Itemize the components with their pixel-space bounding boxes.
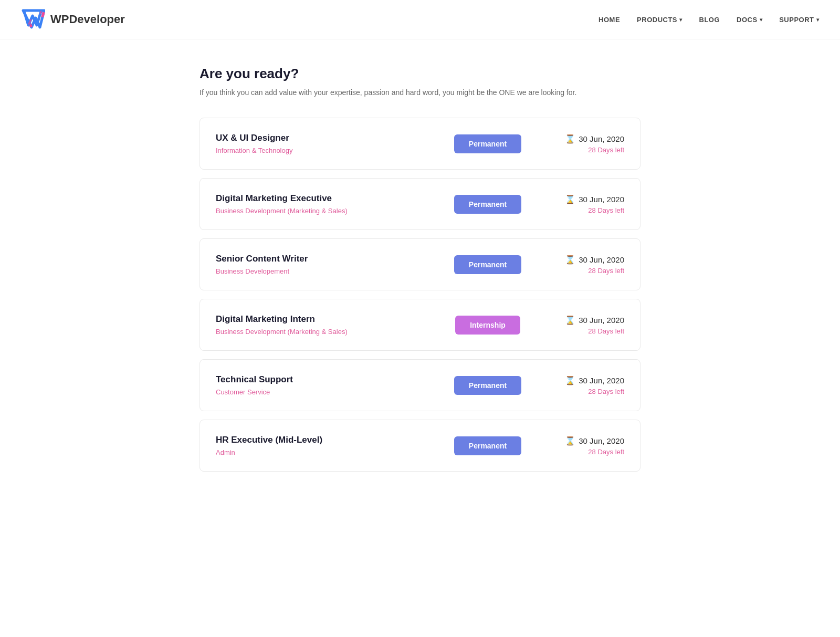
job-deadline: ⌛ 30 Jun, 2020 28 Days left <box>530 315 624 335</box>
job-badge-area: Permanent <box>446 376 530 395</box>
job-category: Business Developement <box>216 267 446 275</box>
job-card[interactable]: Technical Support Customer Service Perma… <box>200 359 640 411</box>
job-badge-area: Permanent <box>446 436 530 455</box>
job-badge-area: Internship <box>446 316 530 335</box>
brand-name: WPDeveloper <box>50 13 125 26</box>
job-card[interactable]: UX & UI Designer Information & Technolog… <box>200 118 640 170</box>
job-title: Technical Support <box>216 374 446 385</box>
logo-icon <box>21 7 45 32</box>
main-content: Are you ready? If you think you can add … <box>184 39 656 511</box>
job-category: Admin <box>216 448 446 456</box>
job-info: Technical Support Customer Service <box>216 374 446 396</box>
job-badge-area: Permanent <box>446 195 530 214</box>
nav-link-products[interactable]: PRODUCTS▾ <box>637 16 682 24</box>
job-title: Senior Content Writer <box>216 254 446 264</box>
job-info: HR Executive (Mid-Level) Admin <box>216 435 446 456</box>
job-type-badge[interactable]: Permanent <box>454 195 521 214</box>
job-info: Digital Marketing Intern Business Develo… <box>216 314 446 336</box>
job-type-badge[interactable]: Internship <box>455 316 520 335</box>
job-deadline: ⌛ 30 Jun, 2020 28 Days left <box>530 194 624 214</box>
hourglass-icon: ⌛ <box>565 255 575 265</box>
hourglass-icon: ⌛ <box>565 375 575 385</box>
job-card[interactable]: Digital Marketing Intern Business Develo… <box>200 299 640 351</box>
page-title: Are you ready? <box>200 66 640 82</box>
deadline-date-text: 30 Jun, 2020 <box>579 376 624 385</box>
chevron-down-icon: ▾ <box>760 17 763 23</box>
job-list: UX & UI Designer Information & Technolog… <box>200 118 640 472</box>
nav-link-support[interactable]: SUPPORT▾ <box>779 16 819 24</box>
hourglass-icon: ⌛ <box>565 436 575 446</box>
job-category: Business Development (Marketing & Sales) <box>216 328 446 336</box>
nav-link-docs[interactable]: DOCS▾ <box>737 16 762 24</box>
logo-area[interactable]: WPDeveloper <box>21 7 125 32</box>
nav-link-home[interactable]: HOME <box>598 16 620 24</box>
job-title: HR Executive (Mid-Level) <box>216 435 446 445</box>
job-card[interactable]: Senior Content Writer Business Developem… <box>200 238 640 290</box>
deadline-date: ⌛ 30 Jun, 2020 <box>530 194 624 204</box>
job-deadline: ⌛ 30 Jun, 2020 28 Days left <box>530 134 624 154</box>
job-info: Digital Marketing Executive Business Dev… <box>216 193 446 215</box>
job-badge-area: Permanent <box>446 255 530 274</box>
job-badge-area: Permanent <box>446 134 530 153</box>
days-left: 28 Days left <box>530 206 624 214</box>
days-left: 28 Days left <box>530 448 624 456</box>
job-deadline: ⌛ 30 Jun, 2020 28 Days left <box>530 436 624 456</box>
job-title: UX & UI Designer <box>216 133 446 143</box>
days-left: 28 Days left <box>530 388 624 395</box>
chevron-down-icon: ▾ <box>816 17 820 23</box>
job-deadline: ⌛ 30 Jun, 2020 28 Days left <box>530 255 624 275</box>
job-card[interactable]: Digital Marketing Executive Business Dev… <box>200 178 640 230</box>
deadline-date: ⌛ 30 Jun, 2020 <box>530 255 624 265</box>
deadline-date: ⌛ 30 Jun, 2020 <box>530 134 624 144</box>
deadline-date: ⌛ 30 Jun, 2020 <box>530 375 624 385</box>
navbar: WPDeveloper HOMEPRODUCTS▾BLOGDOCS▾SUPPOR… <box>0 0 840 39</box>
deadline-date-text: 30 Jun, 2020 <box>579 255 624 264</box>
job-type-badge[interactable]: Permanent <box>454 134 521 153</box>
nav-link-blog[interactable]: BLOG <box>699 16 720 24</box>
job-title: Digital Marketing Intern <box>216 314 446 325</box>
job-category: Business Development (Marketing & Sales) <box>216 207 446 215</box>
chevron-down-icon: ▾ <box>679 17 682 23</box>
deadline-date-text: 30 Jun, 2020 <box>579 195 624 204</box>
job-type-badge[interactable]: Permanent <box>454 255 521 274</box>
job-title: Digital Marketing Executive <box>216 193 446 204</box>
job-type-badge[interactable]: Permanent <box>454 376 521 395</box>
hourglass-icon: ⌛ <box>565 134 575 144</box>
deadline-date: ⌛ 30 Jun, 2020 <box>530 436 624 446</box>
job-info: Senior Content Writer Business Developem… <box>216 254 446 275</box>
hourglass-icon: ⌛ <box>565 194 575 204</box>
job-category: Customer Service <box>216 388 446 396</box>
deadline-date-text: 30 Jun, 2020 <box>579 316 624 325</box>
job-info: UX & UI Designer Information & Technolog… <box>216 133 446 154</box>
job-deadline: ⌛ 30 Jun, 2020 28 Days left <box>530 375 624 395</box>
days-left: 28 Days left <box>530 146 624 154</box>
deadline-date-text: 30 Jun, 2020 <box>579 436 624 445</box>
days-left: 28 Days left <box>530 267 624 275</box>
deadline-date-text: 30 Jun, 2020 <box>579 134 624 143</box>
job-type-badge[interactable]: Permanent <box>454 436 521 455</box>
job-card[interactable]: HR Executive (Mid-Level) Admin Permanent… <box>200 420 640 472</box>
days-left: 28 Days left <box>530 327 624 335</box>
page-subtitle: If you think you can add value with your… <box>200 88 640 97</box>
hourglass-icon: ⌛ <box>565 315 575 325</box>
nav-links: HOMEPRODUCTS▾BLOGDOCS▾SUPPORT▾ <box>598 16 819 24</box>
job-category: Information & Technology <box>216 147 446 154</box>
deadline-date: ⌛ 30 Jun, 2020 <box>530 315 624 325</box>
